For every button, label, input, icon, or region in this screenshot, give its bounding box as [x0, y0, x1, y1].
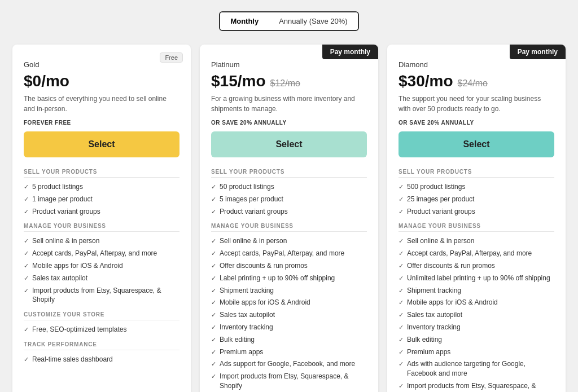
section-title: CUSTOMIZE YOUR STORE: [24, 311, 179, 320]
feature-text: Ads with audience targeting for Google, …: [407, 359, 554, 378]
billing-toggle: Monthly Annually (Save 20%): [12, 11, 566, 31]
feature-item: ✓Real-time sales dashboard: [24, 355, 179, 364]
plan-forever-free: FOREVER FREE: [24, 120, 179, 126]
feature-item: ✓Ads support for Google, Facebook, and m…: [211, 359, 367, 369]
feature-item: ✓Offer discounts & run promos: [399, 261, 554, 271]
feature-item: ✓Shipment tracking: [399, 286, 554, 296]
check-icon: ✓: [24, 274, 29, 283]
feature-text: Sell online & in person: [32, 236, 99, 246]
plan-name: Gold: [24, 60, 179, 69]
plan-description: For a growing business with more invento…: [211, 94, 367, 114]
feature-text: Sell online & in person: [220, 236, 287, 246]
check-icon: ✓: [211, 360, 216, 368]
feature-item: ✓Mobile apps for iOS & Android: [211, 298, 367, 307]
check-icon: ✓: [211, 237, 216, 245]
check-icon: ✓: [24, 355, 29, 364]
features-section-0: SELL YOUR PRODUCTS✓500 product listings✓…: [399, 169, 554, 216]
feature-text: Accept cards, PayPal, Afterpay, and more: [32, 249, 157, 258]
plan-save-label: OR SAVE 20% ANNUALLY: [211, 120, 367, 126]
feature-text: Free, SEO-optimized templates: [32, 325, 126, 334]
pay-monthly-btn[interactable]: Pay monthly: [322, 45, 378, 59]
feature-item: ✓Mobile apps for iOS & Android: [24, 261, 179, 271]
select-btn-platinum[interactable]: Select: [211, 131, 367, 157]
plan-price-row: $30/mo$24/mo: [399, 72, 554, 90]
feature-item: ✓Product variant groups: [211, 207, 367, 217]
feature-text: Offer discounts & run promos: [407, 261, 495, 271]
features-section-1: MANAGE YOUR BUSINESS✓Sell online & in pe…: [24, 223, 179, 305]
check-icon: ✓: [399, 262, 404, 270]
plan-price-main: $30/mo: [399, 72, 453, 90]
feature-text: Bulk editing: [220, 335, 255, 345]
features-section-1: MANAGE YOUR BUSINESS✓Sell online & in pe…: [211, 223, 367, 390]
feature-text: Label printing + up to 90% off shipping: [220, 274, 335, 283]
feature-item: ✓Sell online & in person: [24, 236, 179, 246]
feature-text: Mobile apps for iOS & Android: [407, 298, 498, 307]
feature-item: ✓Unlimited label printing + up to 90% of…: [399, 274, 554, 283]
plan-description: The support you need for your scaling bu…: [399, 94, 554, 114]
feature-text: Sales tax autopilot: [32, 274, 87, 283]
check-icon: ✓: [211, 372, 216, 381]
section-title: SELL YOUR PRODUCTS: [399, 169, 554, 178]
check-icon: ✓: [211, 287, 216, 295]
plan-name: Diamond: [399, 60, 554, 69]
section-title: MANAGE YOUR BUSINESS: [211, 223, 367, 232]
page-wrapper: Monthly Annually (Save 20%) FreeGold$0/m…: [12, 11, 566, 392]
check-icon: ✓: [24, 237, 29, 245]
feature-item: ✓Premium apps: [211, 347, 367, 357]
check-icon: ✓: [399, 323, 404, 332]
check-icon: ✓: [211, 249, 216, 258]
section-title: TRACK PERFORMANCE: [24, 341, 179, 350]
feature-item: ✓Ads with audience targeting for Google,…: [399, 359, 554, 378]
select-btn-gold[interactable]: Select: [24, 131, 179, 157]
feature-text: 5 images per product: [220, 195, 283, 204]
feature-text: Shipment tracking: [220, 286, 274, 296]
feature-item: ✓Bulk editing: [399, 335, 554, 345]
check-icon: ✓: [211, 336, 216, 344]
feature-item: ✓Offer discounts & run promos: [211, 261, 367, 271]
plan-card-platinum: Pay monthlyPlatinum$15/mo$12/moFor a gro…: [200, 45, 378, 392]
features-section-2: CUSTOMIZE YOUR STORE✓Free, SEO-optimized…: [24, 311, 179, 334]
feature-item: ✓Sales tax autopilot: [399, 310, 554, 320]
plan-card-gold: FreeGold$0/moThe basics of everything yo…: [12, 45, 191, 392]
check-icon: ✓: [24, 249, 29, 258]
annually-toggle-btn[interactable]: Annually (Save 20%): [269, 12, 357, 30]
monthly-toggle-btn[interactable]: Monthly: [220, 12, 269, 30]
feature-item: ✓Accept cards, PayPal, Afterpay, and mor…: [399, 249, 554, 258]
pay-monthly-btn[interactable]: Pay monthly: [510, 45, 566, 59]
check-icon: ✓: [211, 311, 216, 319]
check-icon: ✓: [399, 183, 404, 191]
features-section-1: MANAGE YOUR BUSINESS✓Sell online & in pe…: [399, 223, 554, 392]
check-icon: ✓: [211, 323, 216, 332]
select-btn-diamond[interactable]: Select: [399, 131, 554, 157]
feature-item: ✓Bulk editing: [211, 335, 367, 345]
feature-text: Shipment tracking: [407, 286, 461, 296]
feature-text: 500 product listings: [407, 182, 465, 192]
feature-text: Import products from Etsy, Squarespace, …: [407, 381, 554, 392]
check-icon: ✓: [399, 274, 404, 283]
feature-item: ✓Sales tax autopilot: [24, 274, 179, 283]
feature-item: ✓Product variant groups: [399, 207, 554, 217]
feature-text: Unlimited label printing + up to 90% off…: [407, 274, 550, 283]
plan-save-label: OR SAVE 20% ANNUALLY: [399, 120, 554, 126]
feature-text: Premium apps: [407, 347, 450, 357]
feature-text: Bulk editing: [407, 335, 442, 345]
check-icon: ✓: [399, 249, 404, 258]
feature-text: Sales tax autopilot: [407, 310, 462, 320]
check-icon: ✓: [24, 325, 29, 334]
feature-item: ✓25 images per product: [399, 195, 554, 204]
check-icon: ✓: [211, 208, 216, 216]
check-icon: ✓: [211, 348, 216, 356]
features-section-3: TRACK PERFORMANCE✓Real-time sales dashbo…: [24, 341, 179, 364]
feature-item: ✓50 product listings: [211, 182, 367, 192]
feature-text: Product variant groups: [407, 207, 475, 217]
check-icon: ✓: [399, 382, 404, 390]
check-icon: ✓: [24, 287, 29, 295]
check-icon: ✓: [24, 262, 29, 270]
feature-item: ✓Label printing + up to 90% off shipping: [211, 274, 367, 283]
feature-item: ✓Inventory tracking: [211, 323, 367, 332]
check-icon: ✓: [399, 336, 404, 344]
feature-item: ✓Import products from Etsy, Squarespace,…: [399, 381, 554, 392]
feature-text: Sell online & in person: [407, 236, 474, 246]
free-badge: Free: [160, 52, 183, 63]
plan-price-row: $15/mo$12/mo: [211, 72, 367, 90]
